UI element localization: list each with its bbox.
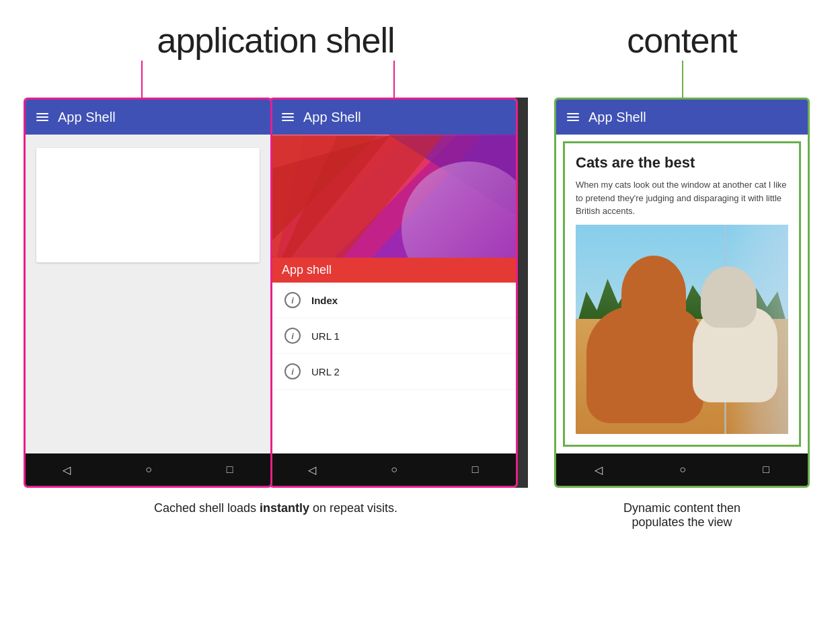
cat-white-head (701, 266, 756, 328)
caption-right-line2: populates the view (632, 515, 732, 529)
shell-overlay-label: App shell (271, 258, 516, 283)
info-icon-url1: i (284, 328, 301, 344)
app-bar-1: App Shell (26, 100, 270, 135)
android-nav-1: ◁ ○ □ (26, 453, 270, 486)
app-bar-2: App Shell (271, 100, 516, 135)
menu-bar (282, 116, 294, 118)
connectors-left (20, 61, 531, 98)
menu-bar (567, 120, 579, 121)
phone-3: App Shell Cats are the best When my cats… (554, 98, 810, 488)
home-btn-3[interactable]: ○ (679, 464, 686, 476)
back-btn-2[interactable]: ◁ (308, 464, 316, 476)
content-title: Cats are the best (576, 154, 788, 172)
nav-item-text-url2: URL 2 (311, 366, 340, 377)
recent-btn-1[interactable]: □ (227, 464, 233, 476)
menu-bar (567, 113, 579, 114)
main-container: application shell App Shell (0, 0, 840, 529)
menu-bar (282, 113, 294, 114)
connector-line-1 (141, 61, 143, 98)
recent-btn-3[interactable]: □ (763, 464, 769, 476)
home-btn-1[interactable]: ○ (145, 464, 152, 476)
nav-item-text-index: Index (311, 295, 338, 306)
caption-right-line1: Dynamic content then (623, 501, 740, 515)
app-bar-title-3: App Shell (588, 110, 646, 125)
menu-bar (567, 116, 579, 118)
menu-bar (36, 116, 48, 118)
menu-icon-2 (282, 113, 294, 121)
phone-2-wrapper: App Shell (272, 98, 528, 488)
left-section: application shell App Shell (20, 20, 531, 515)
app-bar-title-2: App Shell (303, 110, 361, 125)
connector-line-2 (393, 61, 395, 98)
connectors-right (554, 61, 810, 98)
app-bar-3: App Shell (556, 100, 808, 135)
cat-orange-head (621, 256, 686, 331)
android-nav-3: ◁ ○ □ (556, 453, 808, 486)
cat-white (693, 266, 777, 402)
recent-btn-2[interactable]: □ (472, 464, 479, 476)
phones-row: App Shell ◁ ○ □ (24, 98, 528, 488)
nav-drawer: i Index i URL 1 i URL 2 (271, 283, 516, 453)
menu-icon-1 (36, 113, 48, 121)
android-nav-2: ◁ ○ □ (271, 453, 516, 486)
content-area: Cats are the best When my cats look out … (556, 135, 808, 453)
menu-bar (282, 120, 294, 121)
nav-item-index[interactable]: i Index (271, 283, 516, 318)
nav-item-url1[interactable]: i URL 1 (271, 318, 516, 354)
phone-1-body (26, 135, 270, 453)
menu-bar (36, 120, 48, 121)
app-shell-heading: application shell (157, 20, 394, 61)
bottom-caption-left: Cached shell loads instantly on repeat v… (20, 501, 531, 515)
info-icon-index: i (284, 292, 301, 308)
info-icon-url2: i (284, 363, 301, 379)
home-btn-2[interactable]: ○ (391, 464, 397, 476)
content-placeholder (36, 148, 260, 262)
content-heading: content (627, 20, 737, 61)
content-inner: Cats are the best When my cats look out … (563, 141, 801, 447)
cat-image-inner (576, 225, 788, 435)
menu-icon-3 (567, 113, 579, 121)
bold-instantly: instantly (260, 501, 309, 515)
phone-1: App Shell ◁ ○ □ (24, 98, 272, 488)
nav-item-url2[interactable]: i URL 2 (271, 354, 516, 390)
cat-orange (586, 256, 703, 423)
phone-2: App Shell (269, 98, 518, 488)
right-section: content App Shell Cats are the best When… (544, 20, 820, 529)
connector-line-right (682, 61, 683, 98)
app-bar-title-1: App Shell (58, 110, 116, 125)
nav-item-text-url1: URL 1 (311, 330, 340, 342)
header-image: App shell (271, 135, 516, 283)
menu-bar (36, 113, 48, 114)
bottom-caption-right: Dynamic content then populates the view (544, 501, 820, 529)
cat-image (576, 225, 788, 435)
content-body: When my cats look out the window at anot… (576, 178, 788, 218)
back-btn-3[interactable]: ◁ (595, 464, 603, 476)
back-btn-1[interactable]: ◁ (63, 464, 71, 476)
